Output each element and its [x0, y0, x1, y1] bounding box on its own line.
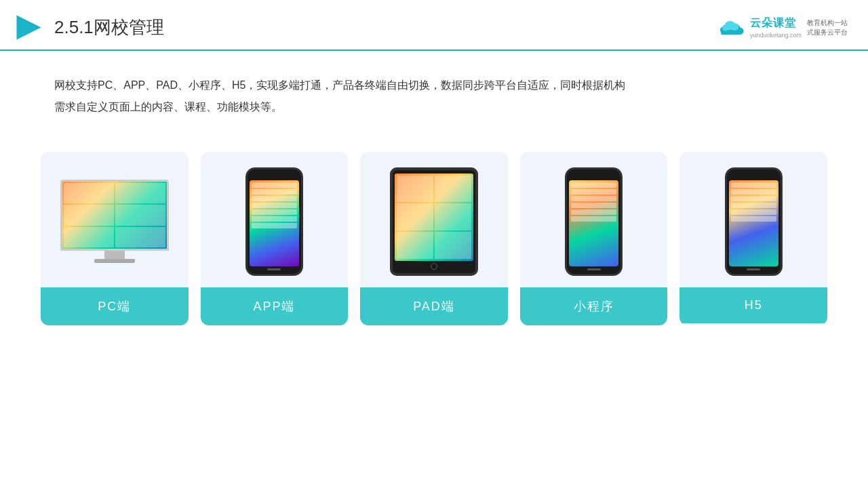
cards-container: PC端 APP端 [0, 131, 868, 325]
phone-mock-mini [565, 167, 623, 276]
card-mini-label: 小程序 [520, 287, 668, 325]
description-block: 网校支持PC、APP、PAD、小程序、H5，实现多端打通，产品各终端自由切换，数… [0, 51, 868, 131]
card-mini-image [520, 152, 668, 287]
description-line2: 需求自定义页面上的内容、课程、功能模块等。 [54, 96, 814, 118]
monitor-screen [60, 180, 169, 251]
tablet-mock [390, 167, 478, 276]
logo-area: 云朵课堂 yunduoketang.com 教育机构一站 式服务云平台 [717, 16, 848, 39]
card-pc: PC端 [41, 152, 189, 325]
card-h5-image [679, 152, 827, 287]
header-left: 2.5.1网校管理 [14, 12, 164, 43]
card-mini: 小程序 [520, 152, 668, 325]
svg-marker-0 [17, 16, 41, 40]
svg-rect-4 [721, 30, 741, 35]
card-h5: H5 [679, 152, 827, 325]
svg-point-7 [730, 23, 738, 30]
description-line1: 网校支持PC、APP、PAD、小程序、H5，实现多端打通，产品各终端自由切换，数… [54, 75, 814, 96]
logo-tagline: 教育机构一站 式服务云平台 [807, 18, 848, 37]
phone-mock-h5 [725, 167, 783, 276]
card-app-image [201, 152, 349, 287]
logo-name: 云朵课堂 [750, 16, 802, 30]
card-pad: PAD端 [360, 152, 508, 325]
svg-point-6 [722, 24, 730, 30]
card-h5-label: H5 [679, 287, 827, 323]
logo-text-block: 云朵课堂 yunduoketang.com [750, 16, 802, 39]
logo-cloud-icon [717, 18, 745, 38]
phone-mock-app [245, 167, 303, 276]
card-pc-label: PC端 [41, 287, 189, 325]
card-pad-label: PAD端 [360, 287, 508, 325]
play-icon [14, 12, 44, 43]
card-pad-image [360, 152, 508, 287]
logo-url: yunduoketang.com [750, 32, 802, 39]
phone-screen-mini [569, 180, 618, 266]
page-title: 2.5.1网校管理 [54, 16, 164, 39]
card-pc-image [41, 152, 189, 287]
card-app: APP端 [201, 152, 349, 325]
phone-screen-h5 [729, 180, 778, 266]
header: 2.5.1网校管理 云朵课堂 yunduoketang.com 教育机构一站 式… [0, 0, 868, 51]
card-app-label: APP端 [201, 287, 349, 325]
monitor-mock [60, 180, 169, 263]
